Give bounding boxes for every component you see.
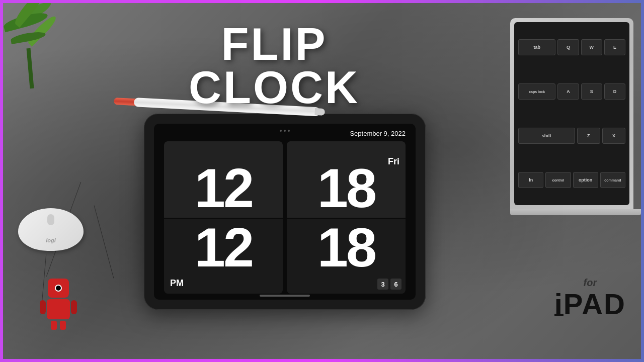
a-key: A bbox=[557, 83, 579, 100]
mouse-scroll-wheel bbox=[47, 214, 54, 225]
ipad-prop: September 9, 2022 12 12 PM bbox=[144, 114, 426, 310]
d-key: D bbox=[604, 83, 625, 100]
ipad-screen: September 9, 2022 12 12 PM bbox=[154, 124, 416, 300]
minutes-panel: Fri 18 18 3 6 bbox=[287, 141, 406, 294]
seconds-tens: 3 bbox=[377, 279, 388, 290]
minutes-number-top: 18 bbox=[317, 160, 375, 216]
caps-lock-key: caps lock bbox=[518, 83, 555, 100]
for-ipad-text: for iPAD bbox=[554, 277, 626, 319]
thumbnail: FLIP CLOCK logi bbox=[0, 0, 644, 362]
robot-body bbox=[47, 299, 70, 319]
command-key: command bbox=[600, 172, 625, 188]
minutes-number-bottom: 18 bbox=[317, 220, 375, 275]
option-key: option bbox=[573, 172, 598, 188]
home-indicator bbox=[260, 295, 310, 297]
dot-3 bbox=[288, 130, 290, 132]
hours-number-top: 12 bbox=[195, 160, 252, 216]
control-key: control bbox=[545, 172, 571, 188]
period-label: PM bbox=[170, 278, 184, 289]
for-label: for bbox=[554, 277, 626, 289]
x-key: X bbox=[602, 128, 625, 144]
macbook-base bbox=[510, 209, 641, 215]
macbook-prop: tab Q W E caps lock A S D shift bbox=[510, 18, 641, 234]
s-key: S bbox=[581, 83, 602, 100]
hours-number-bottom: 12 bbox=[195, 220, 252, 275]
q-key: Q bbox=[557, 39, 579, 55]
z-key: Z bbox=[577, 128, 600, 144]
ipad-pad-letters: PAD bbox=[564, 288, 626, 320]
keyboard-row-1: tab Q W E bbox=[518, 26, 625, 68]
robot-figure bbox=[38, 279, 78, 329]
dot-2 bbox=[284, 130, 286, 132]
ipad-body: September 9, 2022 12 12 PM bbox=[144, 114, 426, 310]
mouse-brand: logi bbox=[46, 237, 56, 243]
w-key: W bbox=[581, 39, 602, 55]
ipad-label: iPAD bbox=[554, 290, 626, 319]
video-frame: FLIP CLOCK logi bbox=[3, 3, 641, 359]
robot-legs bbox=[38, 321, 78, 330]
robot-right-arm bbox=[71, 300, 77, 314]
robot-head bbox=[48, 279, 69, 298]
tab-key: tab bbox=[518, 39, 555, 55]
title-text: FLIP CLOCK bbox=[78, 23, 470, 109]
keyboard-row-4: fn control option command bbox=[518, 159, 625, 201]
shift-key: shift bbox=[518, 128, 575, 144]
day-label: Fri bbox=[388, 156, 399, 167]
macbook-keyboard-area: tab Q W E caps lock A S D shift bbox=[510, 18, 633, 209]
robot-right-leg bbox=[60, 321, 66, 330]
fn-key: fn bbox=[518, 172, 543, 188]
title-area: FLIP CLOCK bbox=[78, 23, 470, 109]
mouse-button-line bbox=[18, 226, 84, 226]
keyboard-row-2: caps lock A S D bbox=[518, 70, 625, 113]
robot-left-arm bbox=[40, 300, 46, 314]
seconds-display: 3 6 bbox=[377, 279, 401, 290]
ipad-i-letter: i bbox=[554, 290, 564, 319]
keyboard: tab Q W E caps lock A S D shift bbox=[514, 22, 629, 205]
flip-clock-display: 12 12 PM Fri 18 bbox=[164, 141, 406, 294]
mouse-prop: logi bbox=[18, 208, 99, 258]
hours-top-half: 12 bbox=[164, 141, 283, 218]
ipad-top-dots bbox=[280, 130, 290, 132]
hours-panel: 12 12 PM bbox=[164, 141, 283, 294]
mouse-body: logi bbox=[18, 208, 84, 251]
dot-1 bbox=[280, 130, 282, 132]
seconds-ones: 6 bbox=[390, 279, 401, 290]
minutes-top-half: 18 bbox=[287, 141, 406, 218]
clock-app-content: September 9, 2022 12 12 PM bbox=[154, 124, 416, 300]
robot-left-leg bbox=[51, 321, 57, 330]
e-key: E bbox=[604, 39, 625, 55]
robot-eye bbox=[55, 285, 62, 292]
keyboard-row-3: shift Z X bbox=[518, 115, 625, 157]
plant-stem bbox=[27, 48, 34, 88]
